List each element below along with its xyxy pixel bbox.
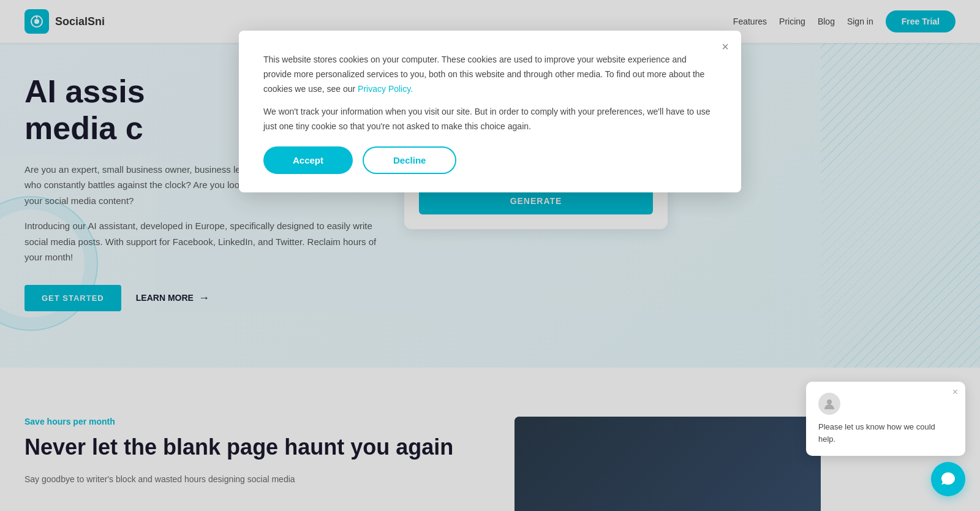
svg-point-3 <box>827 399 832 404</box>
chat-message: Please let us know how we could help. <box>818 421 953 445</box>
cookie-buttons: Accept Decline <box>263 146 717 174</box>
chat-popup: × Please let us know how we could help. <box>806 382 965 456</box>
accept-button[interactable]: Accept <box>263 146 353 174</box>
privacy-policy-link[interactable]: Privacy Policy. <box>358 84 413 94</box>
cookie-modal: × This website stores cookies on your co… <box>239 31 741 192</box>
chat-close-button[interactable]: × <box>952 387 958 398</box>
decline-button[interactable]: Decline <box>363 146 456 174</box>
cookie-close-button[interactable]: × <box>722 40 729 53</box>
cookie-text-2: We won't track your information when you… <box>263 105 717 134</box>
cookie-text-1: This website stores cookies on your comp… <box>263 53 717 96</box>
chat-avatar <box>818 393 840 415</box>
chat-bubble-button[interactable] <box>931 462 965 496</box>
